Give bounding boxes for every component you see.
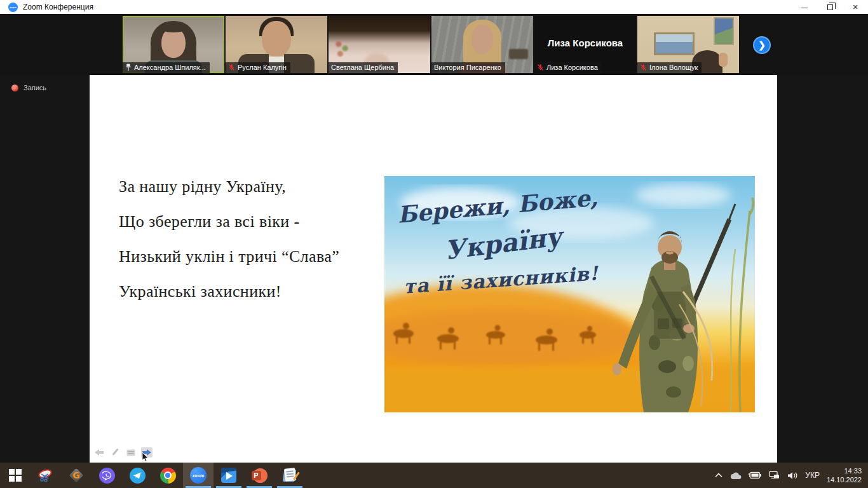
language-indicator[interactable]: УКР <box>805 471 820 480</box>
soldier-poster-image: Бережи, Боже, Україну та її захисників! <box>384 176 755 412</box>
zoom-icon: zoom <box>190 467 207 484</box>
participant-name-tag: Светлана Щербина <box>329 62 398 73</box>
network-icon[interactable] <box>769 471 780 480</box>
participant-tile-aleksandra[interactable]: Александра Шпиляк... <box>123 16 224 73</box>
participant-tile-svetlana[interactable]: Светлана Щербина <box>329 16 430 73</box>
recording-indicator: Запись <box>11 84 46 92</box>
participant-name-tag: Руслан Калугін <box>226 62 290 73</box>
telegram-button[interactable] <box>122 463 153 488</box>
movies-tv-button[interactable] <box>214 463 244 488</box>
poem-line: Низький уклін і тричі “Слава” <box>119 239 339 274</box>
participant-tile-ruslan[interactable]: Руслан Калугін <box>226 16 327 73</box>
muted-mic-icon <box>228 64 235 71</box>
notepad-icon <box>282 468 297 483</box>
presentation-slide: За нашу рідну Україну, Що зберегли за вс… <box>90 75 777 463</box>
next-participants-button[interactable]: ❯ <box>753 36 771 54</box>
chrome-button[interactable] <box>153 463 183 488</box>
participant-name-tag: Лиза Корсикова <box>534 62 602 73</box>
participant-tile-ilona[interactable]: Ілона Волощук <box>637 16 739 73</box>
title-bar: zoom Zoom Конференция — ✕ <box>0 0 868 14</box>
download-manager-icon: G <box>69 468 84 483</box>
battery-icon[interactable] <box>749 471 762 479</box>
system-tray: УКР 14:33 14.10.2022 <box>715 463 868 488</box>
muted-mic-icon <box>537 64 544 71</box>
zoom-taskbar-button[interactable]: zoom <box>183 463 214 488</box>
window-controls: — ✕ <box>792 0 868 14</box>
thumbnail-list: Александра Шпиляк... Руслан Калугін Свет <box>123 16 739 73</box>
poem-line: Що зберегли за всі віки - <box>119 204 339 239</box>
tray-expand-chevron[interactable] <box>715 473 722 478</box>
close-button[interactable]: ✕ <box>843 0 868 14</box>
participant-tile-liza[interactable]: Лиза Корсикова Лиза Корсикова <box>534 16 636 73</box>
volume-icon[interactable] <box>787 471 798 480</box>
pen-tool-button[interactable] <box>109 447 121 458</box>
next-slide-button[interactable] <box>141 447 153 458</box>
recording-label: Запись <box>24 84 46 92</box>
slideshow-toolbar <box>93 447 153 458</box>
notepad-button[interactable] <box>275 463 305 488</box>
recording-dot-icon <box>11 85 18 92</box>
windows-logo-icon <box>9 469 22 482</box>
participant-name-tag: Ілона Волощук <box>637 62 702 73</box>
onedrive-icon[interactable] <box>729 471 742 480</box>
participant-tile-viktoria[interactable]: Виктория Писаренко <box>431 16 533 73</box>
mouse-cursor <box>142 452 149 462</box>
powerpoint-button[interactable]: P <box>244 463 275 488</box>
shared-screen-area: Запись За нашу рідну Україну, Що зберегл… <box>0 75 868 463</box>
pin-icon <box>125 64 132 71</box>
minimize-button[interactable]: — <box>792 0 817 14</box>
restore-icon <box>827 4 833 10</box>
chrome-icon <box>160 468 176 484</box>
viber-icon <box>99 468 115 484</box>
movies-tv-icon <box>221 468 236 483</box>
slide-menu-button[interactable] <box>125 447 137 458</box>
screenshot-tool-icon <box>37 468 54 483</box>
windows-taskbar: G zoom <box>0 463 868 488</box>
poem-text: За нашу рідну Україну, Що зберегли за вс… <box>119 169 339 309</box>
zoom-app-icon: zoom <box>8 3 18 12</box>
participant-name-tag: Александра Шпиляк... <box>123 62 210 73</box>
participant-name-tag: Виктория Писаренко <box>431 62 505 73</box>
taskbar-apps: G zoom <box>0 463 305 488</box>
viber-button[interactable] <box>92 463 122 488</box>
clock[interactable]: 14:33 14.10.2022 <box>827 466 862 485</box>
start-button[interactable] <box>0 463 31 488</box>
download-manager-button[interactable]: G <box>61 463 92 488</box>
participants-strip: Александра Шпиляк... Руслан Калугін Свет <box>0 14 868 75</box>
powerpoint-icon: P <box>252 468 268 484</box>
poem-line: Українські захисники! <box>119 274 339 309</box>
poem-line: За нашу рідну Україну, <box>119 169 339 204</box>
tray-time: 14:33 <box>827 466 862 475</box>
muted-mic-icon <box>640 64 647 71</box>
telegram-icon <box>130 468 146 484</box>
previous-slide-button[interactable] <box>93 447 105 458</box>
zoom-meeting-window: zoom Zoom Конференция — ✕ Александра Шпи… <box>0 0 868 488</box>
window-title: Zoom Конференция <box>23 3 93 11</box>
participant-display-name: Лиза Корсикова <box>534 37 636 48</box>
screenshot-tool-button[interactable] <box>31 463 61 488</box>
tray-date: 14.10.2022 <box>827 475 862 484</box>
restore-button[interactable] <box>817 0 843 14</box>
